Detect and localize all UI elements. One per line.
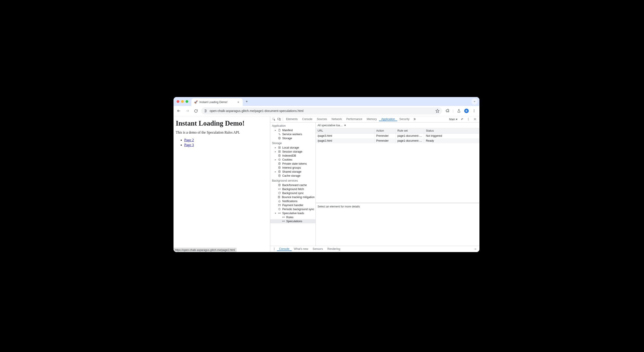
db-icon <box>278 166 281 169</box>
table-row[interactable]: /page2.htmlPrerenderpage1-document-…Read… <box>316 138 480 143</box>
sidebar-item-notifications[interactable]: Notifications <box>270 199 316 203</box>
speculations-table-wrap: URLActionRule setStatus /page3.htmlPrere… <box>316 128 480 203</box>
devtools-settings-button[interactable] <box>459 118 464 121</box>
devtools-tab-security[interactable]: Security <box>397 118 412 121</box>
db-icon <box>278 137 281 140</box>
target-dropdown[interactable]: Main ▾ <box>449 118 458 121</box>
devtools-tab-elements[interactable]: Elements <box>284 118 300 121</box>
sidebar-item-rules[interactable]: Rules <box>270 215 316 219</box>
clock-icon <box>278 208 281 211</box>
divider <box>283 117 283 121</box>
svg-point-11 <box>474 111 474 112</box>
devtools-close-button[interactable] <box>472 118 478 121</box>
drawer-tab-what-s-new[interactable]: What's new <box>292 247 310 251</box>
star-icon[interactable] <box>436 109 440 113</box>
table-row[interactable]: /page3.htmlPrerenderpage1-document-…Not … <box>316 133 480 138</box>
drawer-menu-button[interactable] <box>272 247 277 251</box>
disclosure-triangle-icon: ▸ <box>274 146 276 149</box>
page-link[interactable]: Page 2 <box>184 138 194 142</box>
devtools-tab-performance[interactable]: Performance <box>344 118 365 121</box>
devtools-menu-button[interactable] <box>466 118 471 121</box>
drawer-tab-sensors[interactable]: Sensors <box>310 247 325 251</box>
sync-icon <box>282 216 285 219</box>
sidebar-item-periodic-background-sync[interactable]: Periodic background sync <box>270 207 316 211</box>
reload-button[interactable] <box>193 108 199 114</box>
db-icon <box>278 184 281 187</box>
table-cell-status: Not triggered <box>424 133 480 138</box>
inspect-element-button[interactable] <box>271 118 276 121</box>
table-header[interactable]: URL <box>316 128 374 133</box>
profile-avatar[interactable]: B <box>464 109 469 113</box>
devtools-tab-sources[interactable]: Sources <box>315 118 329 121</box>
sidebar-item-private-state-tokens[interactable]: Private state tokens <box>270 162 316 166</box>
table-header[interactable]: Status <box>424 128 480 133</box>
sidebar-item-storage[interactable]: Storage <box>270 136 316 140</box>
sidebar-item-local-storage[interactable]: ▸Local storage <box>270 146 316 150</box>
minimize-window-button[interactable] <box>181 100 184 103</box>
drawer-close-button[interactable] <box>473 248 478 251</box>
content-area: Instant Loading Demo! This is a demo of … <box>174 116 480 252</box>
disclosure-triangle-icon: ▸ <box>274 150 276 153</box>
application-sidebar[interactable]: Application▸ManifestService workersStora… <box>270 122 316 246</box>
tab-favicon: 🚀 <box>194 100 198 104</box>
devtools-tab-memory[interactable]: Memory <box>364 118 379 121</box>
table-cell-action: Prerender <box>374 138 396 143</box>
sidebar-item-service-workers[interactable]: Service workers <box>270 132 316 136</box>
browser-window: 🚀 Instant Loading Demo! × + open-chalk <box>174 97 480 252</box>
sidebar-item-label: Cache storage <box>282 174 300 177</box>
close-window-button[interactable] <box>177 100 179 103</box>
sidebar-item-label: Bounce tracking mitigation <box>282 196 315 199</box>
more-tabs-button[interactable] <box>412 118 417 121</box>
tab-active[interactable]: 🚀 Instant Loading Demo! × <box>191 98 243 106</box>
db-icon <box>278 162 281 165</box>
svg-point-31 <box>278 159 280 161</box>
table-header[interactable]: Rule set <box>396 128 424 133</box>
sidebar-item-indexeddb[interactable]: IndexedDB <box>270 154 316 158</box>
sidebar-item-speculations[interactable]: Speculations <box>270 219 316 223</box>
file-icon <box>278 129 281 132</box>
sidebar-section-title: Application <box>270 123 316 128</box>
sync-icon <box>282 220 285 223</box>
sidebar-item-bounce-tracking-mitigation[interactable]: Bounce tracking mitigation <box>270 195 316 199</box>
devtools-tab-application[interactable]: Application <box>379 118 397 121</box>
sidebar-item-session-storage[interactable]: ▸Session storage <box>270 150 316 154</box>
svg-point-10 <box>474 111 474 111</box>
sidebar-item-cookies[interactable]: ▸Cookies <box>270 158 316 162</box>
zoom-window-button[interactable] <box>186 100 188 103</box>
forward-button[interactable] <box>184 108 190 114</box>
browser-toolbar: open-chalk-asparagus.glitch.me/page1-doc… <box>174 106 480 116</box>
sidebar-item-payment-handler[interactable]: Payment handler <box>270 203 316 207</box>
kebab-icon <box>467 118 470 121</box>
devtools-tab-network[interactable]: Network <box>329 118 344 121</box>
drawer-tab-rendering[interactable]: Rendering <box>325 247 342 251</box>
device-toolbar-button[interactable] <box>276 117 282 121</box>
devtools-tabs: ElementsConsoleSourcesNetworkPerformance… <box>270 116 480 122</box>
svg-point-9 <box>474 109 474 110</box>
puzzle-icon <box>446 109 450 113</box>
sidebar-item-label: Payment handler <box>282 204 304 207</box>
extensions-button[interactable] <box>444 108 450 114</box>
table-header[interactable]: Action <box>374 128 396 133</box>
new-tab-button[interactable]: + <box>244 98 250 105</box>
chrome-menu-button[interactable] <box>471 108 477 114</box>
filter-dropdown[interactable]: All speculative loa… ▾ <box>318 124 346 127</box>
devtools-tab-console[interactable]: Console <box>300 118 315 121</box>
sidebar-item-shared-storage[interactable]: ▸Shared storage <box>270 170 316 174</box>
sidebar-item-back-forward-cache[interactable]: Back/forward cache <box>270 183 316 187</box>
sidebar-item-cache-storage[interactable]: Cache storage <box>270 174 316 178</box>
back-button[interactable] <box>176 108 182 114</box>
page-link[interactable]: Page 3 <box>184 143 194 147</box>
sidebar-item-speculative-loads[interactable]: ▾Speculative loads <box>270 211 316 215</box>
labs-button[interactable] <box>456 108 462 114</box>
sidebar-item-interest-groups[interactable]: Interest groups <box>270 166 316 170</box>
page-intro: This is a demo of the Speculation Rules … <box>176 130 268 134</box>
drawer-tab-console[interactable]: Console <box>277 247 292 251</box>
sidebar-item-manifest[interactable]: ▸Manifest <box>270 128 316 132</box>
tabstrip-chevron-button[interactable] <box>472 98 478 105</box>
gears-icon <box>278 133 281 136</box>
sidebar-item-background-fetch[interactable]: Background fetch <box>270 187 316 191</box>
sidebar-item-background-sync[interactable]: Background sync <box>270 191 316 195</box>
sidebar-item-label: Shared storage <box>282 170 301 173</box>
tab-close-button[interactable]: × <box>236 101 240 104</box>
address-bar[interactable]: open-chalk-asparagus.glitch.me/page1-doc… <box>201 107 442 114</box>
